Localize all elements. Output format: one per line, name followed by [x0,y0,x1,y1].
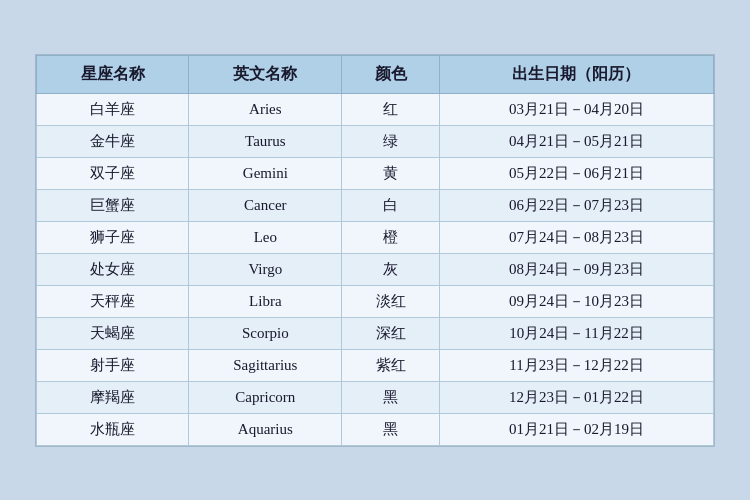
cell-dates: 06月22日－07月23日 [439,189,713,221]
table-header-row: 星座名称 英文名称 颜色 出生日期（阳历） [37,55,714,93]
cell-dates: 01月21日－02月19日 [439,413,713,445]
cell-dates: 05月22日－06月21日 [439,157,713,189]
cell-english-name: Cancer [189,189,342,221]
cell-color: 黑 [342,413,440,445]
cell-chinese-name: 白羊座 [37,93,189,125]
table-row: 金牛座Taurus绿04月21日－05月21日 [37,125,714,157]
cell-english-name: Scorpio [189,317,342,349]
header-dates: 出生日期（阳历） [439,55,713,93]
cell-dates: 04月21日－05月21日 [439,125,713,157]
cell-color: 黄 [342,157,440,189]
cell-dates: 12月23日－01月22日 [439,381,713,413]
table-row: 水瓶座Aquarius黑01月21日－02月19日 [37,413,714,445]
cell-dates: 07月24日－08月23日 [439,221,713,253]
table-row: 巨蟹座Cancer白06月22日－07月23日 [37,189,714,221]
cell-chinese-name: 狮子座 [37,221,189,253]
cell-chinese-name: 巨蟹座 [37,189,189,221]
table-row: 天蝎座Scorpio深红10月24日－11月22日 [37,317,714,349]
cell-color: 灰 [342,253,440,285]
cell-color: 红 [342,93,440,125]
table-row: 摩羯座Capricorn黑12月23日－01月22日 [37,381,714,413]
table-body: 白羊座Aries红03月21日－04月20日金牛座Taurus绿04月21日－0… [37,93,714,445]
cell-dates: 10月24日－11月22日 [439,317,713,349]
cell-chinese-name: 射手座 [37,349,189,381]
cell-english-name: Aries [189,93,342,125]
header-chinese-name: 星座名称 [37,55,189,93]
cell-english-name: Sagittarius [189,349,342,381]
cell-color: 橙 [342,221,440,253]
cell-chinese-name: 摩羯座 [37,381,189,413]
header-color: 颜色 [342,55,440,93]
cell-color: 淡红 [342,285,440,317]
cell-chinese-name: 天秤座 [37,285,189,317]
header-english-name: 英文名称 [189,55,342,93]
cell-chinese-name: 水瓶座 [37,413,189,445]
zodiac-table: 星座名称 英文名称 颜色 出生日期（阳历） 白羊座Aries红03月21日－04… [36,55,714,446]
cell-chinese-name: 双子座 [37,157,189,189]
cell-english-name: Gemini [189,157,342,189]
table-row: 双子座Gemini黄05月22日－06月21日 [37,157,714,189]
cell-chinese-name: 天蝎座 [37,317,189,349]
cell-color: 黑 [342,381,440,413]
cell-dates: 09月24日－10月23日 [439,285,713,317]
cell-english-name: Leo [189,221,342,253]
table-row: 狮子座Leo橙07月24日－08月23日 [37,221,714,253]
table-row: 射手座Sagittarius紫红11月23日－12月22日 [37,349,714,381]
cell-color: 绿 [342,125,440,157]
cell-english-name: Taurus [189,125,342,157]
cell-color: 白 [342,189,440,221]
cell-chinese-name: 金牛座 [37,125,189,157]
cell-english-name: Virgo [189,253,342,285]
cell-english-name: Aquarius [189,413,342,445]
table-row: 处女座Virgo灰08月24日－09月23日 [37,253,714,285]
table-row: 天秤座Libra淡红09月24日－10月23日 [37,285,714,317]
cell-english-name: Capricorn [189,381,342,413]
cell-dates: 11月23日－12月22日 [439,349,713,381]
cell-english-name: Libra [189,285,342,317]
cell-dates: 08月24日－09月23日 [439,253,713,285]
table-row: 白羊座Aries红03月21日－04月20日 [37,93,714,125]
cell-dates: 03月21日－04月20日 [439,93,713,125]
cell-chinese-name: 处女座 [37,253,189,285]
cell-color: 紫红 [342,349,440,381]
zodiac-table-container: 星座名称 英文名称 颜色 出生日期（阳历） 白羊座Aries红03月21日－04… [35,54,715,447]
cell-color: 深红 [342,317,440,349]
